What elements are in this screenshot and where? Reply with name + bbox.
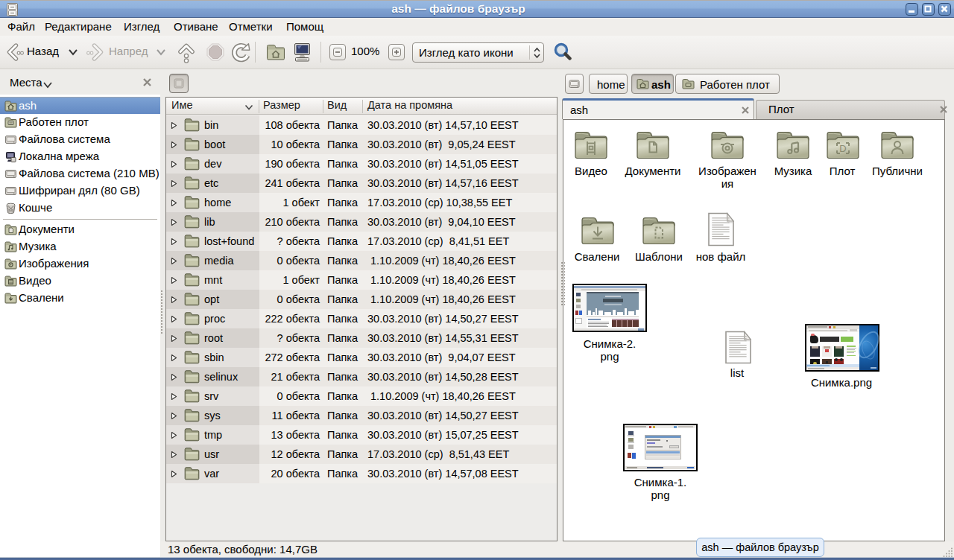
svg-text:D: D xyxy=(839,143,846,154)
